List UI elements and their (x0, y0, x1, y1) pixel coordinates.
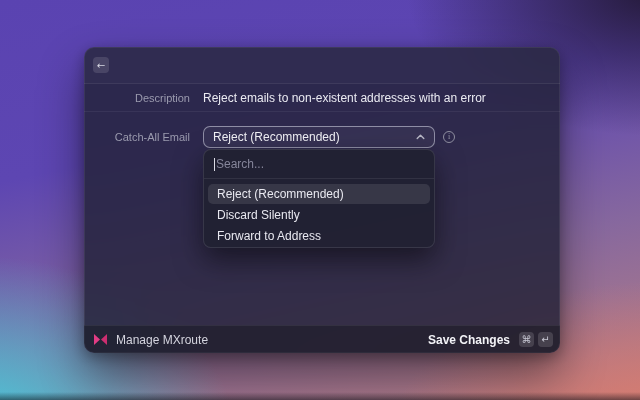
info-glyph: i (448, 133, 450, 141)
save-changes-label: Save Changes (428, 333, 510, 347)
return-key-icon: ↵ (538, 332, 553, 347)
text-caret (214, 158, 215, 171)
dropdown-options-list: Reject (Recommended) Discard Silently Fo… (204, 179, 434, 246)
footer-app-title: Manage MXroute (116, 333, 208, 347)
dropdown-panel: Reject (Recommended) Discard Silently Fo… (203, 149, 435, 248)
chevron-up-icon (416, 134, 425, 140)
info-icon[interactable]: i (443, 131, 455, 143)
catch-all-selected-value: Reject (Recommended) (213, 130, 410, 144)
dropdown-option-forward[interactable]: Forward to Address (208, 226, 430, 246)
description-label: Description (84, 92, 190, 104)
mxroute-logo-icon (94, 334, 107, 345)
dropdown-search-input[interactable] (204, 150, 434, 178)
catch-all-email-label: Catch-All Email (84, 131, 190, 143)
catch-all-select[interactable]: Reject (Recommended) (203, 126, 435, 148)
arrow-left-icon: ← (97, 60, 105, 71)
dropdown-option-discard[interactable]: Discard Silently (208, 205, 430, 225)
app-window: ← Description Reject emails to non-exist… (84, 47, 560, 353)
command-key-icon: ⌘ (519, 332, 534, 347)
dropdown-option-reject[interactable]: Reject (Recommended) (208, 184, 430, 204)
desktop-background: ← Description Reject emails to non-exist… (0, 0, 640, 400)
window-header: ← (84, 47, 560, 84)
divider (84, 111, 560, 112)
back-button[interactable]: ← (93, 57, 109, 73)
description-value: Reject emails to non-existent addresses … (203, 91, 486, 105)
description-row: Description Reject emails to non-existen… (84, 84, 560, 111)
footer-bar: Manage MXroute Save Changes ⌘ ↵ (84, 325, 560, 353)
save-changes-button[interactable]: Save Changes ⌘ ↵ (428, 332, 553, 347)
dropdown-search (204, 150, 434, 179)
